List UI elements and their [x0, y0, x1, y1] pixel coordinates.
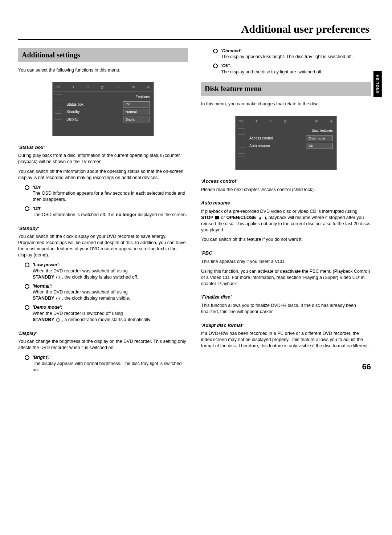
osd-sidebar-icon — [238, 147, 245, 154]
heading-finalize-disc: 'Finalize disc' — [201, 294, 371, 300]
section-additional-settings: Additional settings — [18, 48, 188, 62]
heading-auto-resume: Auto resume — [201, 200, 371, 206]
right-column: 'Dimmed': The display appears less brigh… — [201, 48, 371, 376]
option-off: 'Off' The OSD information is switched of… — [33, 206, 188, 218]
page-number: 66 — [362, 361, 371, 372]
osd-top-icons: TÅTC((°▭⌘⊕ — [53, 84, 154, 91]
option-on: 'On' The OSD information appears for a f… — [33, 185, 188, 203]
adapt-para: If a DVD+RW has been recorded in a PC dr… — [201, 331, 371, 349]
stop-icon — [215, 216, 219, 219]
heading-pbc: 'PBC' — [201, 250, 371, 256]
option-demo-mode: 'Demo mode': When the DVD recorder is sw… — [33, 304, 188, 323]
title-rule — [18, 39, 371, 40]
standby-para: You can switch off the clock display on … — [18, 234, 188, 258]
standby-icon — [56, 318, 60, 322]
disk-intro: In this menu, you can make changes that … — [201, 101, 371, 107]
option-dimmed: 'Dimmed': The display appears less brigh… — [221, 48, 371, 60]
osd-row: Access control Enter code — [249, 135, 333, 142]
status-box-para: You can switch off the information about… — [18, 169, 188, 181]
pbc-para: This line appears only if you insert a V… — [201, 259, 371, 265]
heading-standby: 'Standby' — [18, 225, 188, 232]
standby-icon — [56, 276, 60, 279]
auto-resume-para2: You can switch off this feature if you d… — [201, 236, 371, 243]
status-box-para: During play back from a disc, informatio… — [18, 153, 188, 165]
heading-display: 'Display' — [18, 330, 188, 337]
pbc-para2: Using this function, you can activate or… — [201, 268, 371, 287]
osd-row: Display Bright — [66, 117, 150, 123]
left-column: Additional settings You can select the f… — [18, 48, 188, 376]
option-normal: 'Normal': When the DVD recorder was swit… — [33, 283, 188, 302]
osd-sidebar-icon — [238, 138, 245, 144]
finalize-para: This function allows you to finalize DVD… — [201, 303, 371, 315]
osd-row: Auto resume On — [249, 143, 333, 149]
heading-status-box: 'Status box' — [18, 144, 188, 151]
osd-sidebar-icon — [55, 104, 62, 110]
heading-adapt-disc-format: 'Adapt disc format' — [201, 322, 371, 329]
option-display-off: 'Off': The display and the disc tray lig… — [221, 63, 371, 75]
option-bright: 'Bright': The display appears with norma… — [33, 354, 188, 373]
osd-title: Features — [66, 94, 150, 100]
access-control-para: Please read the next chapter 'Access con… — [201, 187, 371, 193]
eject-icon: ▲ — [258, 216, 262, 220]
osd-title: Disc features — [249, 128, 333, 133]
option-low-power: 'Low power': When the DVD recorder was s… — [33, 262, 188, 280]
osd-row: Standby Normal — [66, 109, 150, 115]
standby-icon — [56, 297, 60, 300]
display-para: You can change the brightness of the dis… — [18, 339, 188, 351]
auto-resume-para: If playback of a pre-recorded DVD video … — [201, 208, 371, 233]
page-title: Additional user preferences — [18, 22, 371, 37]
osd-sidebar-icon — [55, 113, 62, 120]
language-tab: ENGLISH — [373, 71, 382, 97]
section-disk-feature: Disk feature menu — [201, 82, 371, 96]
osd-sidebar-icon — [55, 94, 62, 101]
osd-sidebar-icon — [55, 123, 62, 129]
osd-row: Status box On — [66, 101, 150, 108]
osd-sidebar-icon — [238, 157, 245, 163]
osd-top-icons: TÅTC((°▭⌘⊕ — [236, 118, 336, 125]
osd-disc-features: TÅTC((°▭⌘⊕ Disc features Access control … — [235, 116, 337, 170]
osd-sidebar-icon — [238, 128, 245, 135]
osd-features: TÅTC((°▭⌘⊕ Features Status box On — [52, 82, 154, 136]
settings-intro: You can select the following functions i… — [18, 67, 188, 73]
heading-access-control: 'Access control' — [201, 178, 371, 185]
